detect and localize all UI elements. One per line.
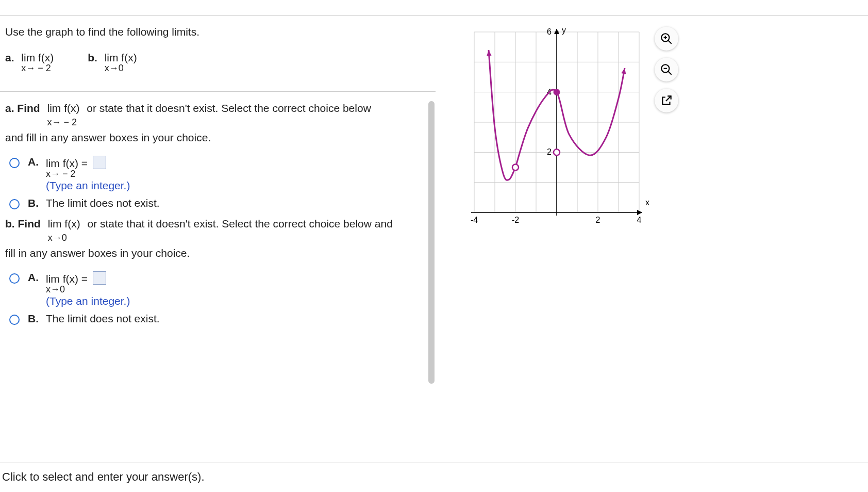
- qb-lim-top: lim f(x): [48, 216, 80, 232]
- qb-answer-input[interactable]: [93, 271, 106, 285]
- qb-choice-b-label: B.: [28, 313, 39, 325]
- qa-choice-b[interactable]: B. The limit does not exist.: [0, 192, 436, 209]
- svg-text:-2: -2: [512, 216, 519, 223]
- qa-choice-a-lim-top: lim f(x) =: [46, 157, 88, 169]
- part-b-lim-sub: x→0: [105, 63, 137, 74]
- svg-point-34: [554, 89, 560, 95]
- svg-text:y: y: [562, 27, 566, 35]
- qa-choice-a[interactable]: A. lim f(x) = x→ − 2 (Type an integer.): [0, 151, 436, 192]
- svg-line-38: [668, 40, 672, 44]
- intro-text: Use the graph to find the following limi…: [0, 23, 436, 48]
- qb-tail1: or state that it doesn't exist. Select t…: [88, 218, 393, 229]
- qb-choice-a-hint: (Type an integer.): [46, 295, 436, 307]
- question-a: a. Find lim f(x) x→ − 2 or state that it…: [0, 99, 436, 151]
- svg-point-35: [554, 149, 560, 155]
- svg-text:2: 2: [596, 216, 600, 223]
- popout-button[interactable]: [655, 89, 678, 112]
- qa-answer-input[interactable]: [93, 156, 106, 169]
- svg-line-44: [666, 96, 671, 101]
- zoom-in-button[interactable]: [655, 27, 678, 51]
- zoom-out-icon: [660, 63, 673, 76]
- scrollbar-thumb[interactable]: [428, 101, 435, 384]
- top-divider: [0, 15, 868, 16]
- qb-lim-sub: x→0: [48, 231, 80, 245]
- svg-marker-19: [554, 29, 559, 34]
- qa-choice-a-expr: lim f(x) = x→ − 2: [46, 156, 106, 179]
- qb-choice-b[interactable]: B. The limit does not exist.: [0, 307, 436, 325]
- part-a-label: a.: [5, 52, 14, 63]
- question-panel: Use the graph to find the following limi…: [0, 23, 436, 325]
- radio-icon[interactable]: [9, 158, 20, 168]
- part-b-lim-top: lim f(x): [105, 52, 137, 64]
- svg-text:x: x: [645, 198, 649, 207]
- qb-choice-a-lim-sub: x→0: [46, 284, 106, 295]
- qa-choice-a-lim-sub: x→ − 2: [46, 169, 106, 179]
- qa-choice-b-label: B.: [28, 197, 39, 209]
- part-a-lim-top: lim f(x): [21, 52, 54, 64]
- qb-choice-a-label: A.: [28, 271, 39, 284]
- qb-choice-a[interactable]: A. lim f(x) = x→0 (Type an integer.): [0, 266, 436, 307]
- radio-icon[interactable]: [9, 199, 20, 209]
- footer-instruction: Click to select and enter your answer(s)…: [0, 463, 868, 492]
- radio-icon[interactable]: [9, 273, 20, 284]
- qa-choice-a-hint: (Type an integer.): [46, 179, 436, 192]
- svg-text:-4: -4: [471, 216, 478, 223]
- qb-choice-b-text: The limit does not exist.: [46, 313, 436, 325]
- svg-marker-32: [487, 50, 491, 56]
- qb-lead: b. Find: [5, 216, 41, 232]
- svg-text:4: 4: [637, 216, 642, 223]
- part-a-expression: lim f(x) x→ − 2: [21, 52, 54, 74]
- svg-text:2: 2: [547, 147, 552, 156]
- qa-choice-b-text: The limit does not exist.: [46, 197, 436, 209]
- part-a-lim-sub: x→ − 2: [21, 63, 54, 74]
- function-graph: -4-224246xy: [464, 27, 649, 223]
- part-b-label: b.: [88, 52, 97, 63]
- zoom-in-icon: [660, 32, 673, 45]
- qb-tail2: fill in any answer boxes in your choice.: [5, 245, 436, 261]
- svg-line-42: [668, 71, 672, 75]
- qa-lim-top: lim f(x): [47, 100, 80, 117]
- scrollbar[interactable]: [428, 101, 435, 384]
- svg-marker-18: [637, 210, 642, 215]
- question-b: b. Find lim f(x) x→0 or state that it do…: [0, 215, 436, 266]
- qa-choice-a-label: A.: [28, 156, 39, 168]
- zoom-out-button[interactable]: [655, 58, 678, 81]
- qa-tail2: and fill in any answer boxes in your cho…: [5, 129, 436, 146]
- qb-choice-a-lim-top: lim f(x) =: [46, 273, 88, 285]
- radio-icon[interactable]: [9, 315, 20, 325]
- qb-choice-a-expr: lim f(x) = x→0: [46, 271, 106, 295]
- popout-icon: [660, 94, 673, 107]
- svg-text:6: 6: [547, 27, 552, 36]
- part-b-expression: lim f(x) x→0: [105, 52, 137, 74]
- qa-lim-sub: x→ − 2: [47, 116, 80, 129]
- svg-point-36: [512, 165, 519, 171]
- section-divider: [0, 91, 436, 92]
- qa-lead: a. Find: [5, 100, 40, 117]
- limit-parts-row: a. lim f(x) x→ − 2 b. lim f(x) x→0: [0, 48, 436, 91]
- qa-tail1: or state that it doesn't exist. Select t…: [87, 102, 371, 114]
- graph-tools: [655, 27, 686, 120]
